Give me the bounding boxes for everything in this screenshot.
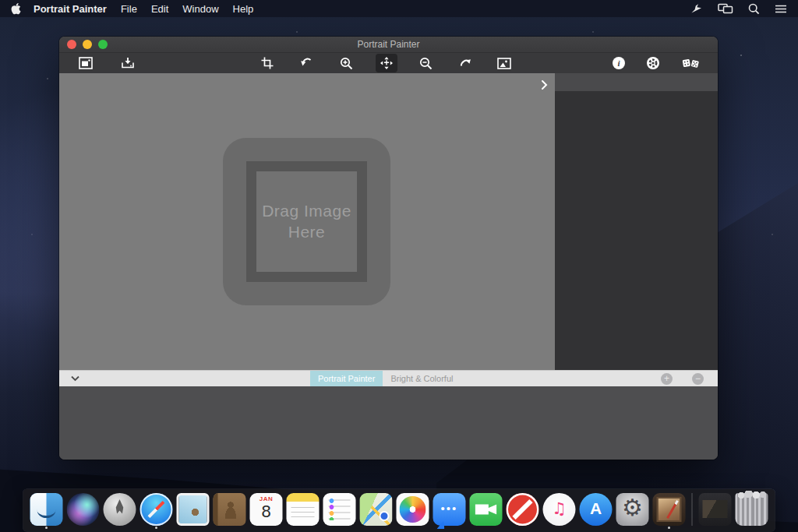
zoom-in-button[interactable] [335,54,357,72]
dock-item-finder[interactable] [30,493,63,529]
photos-flower-icon [397,493,429,526]
menu-window[interactable]: Window [182,3,218,15]
spotlight-search-icon[interactable] [748,3,760,15]
system-preferences-gear-icon [616,493,649,526]
menu-file[interactable]: File [121,3,137,15]
minimize-button[interactable] [83,40,92,49]
dock-item-safari[interactable] [140,493,173,529]
maps-icon [360,493,393,526]
prohibited-icon [507,493,539,526]
portrait-painter-app-icon [653,493,686,526]
rotate-left-button[interactable] [295,54,317,72]
remove-preset-button[interactable]: − [692,373,704,385]
expand-panel-chevron-icon[interactable] [538,79,550,91]
downloads-folder-icon [699,493,732,526]
image-canvas[interactable]: Drag Image Here [59,73,555,370]
dock-item-photos[interactable] [397,493,429,529]
dock-item-maps[interactable] [360,493,393,529]
menu-app-name[interactable]: Portrait Painter [34,3,107,15]
dock-item-notes[interactable] [287,493,320,529]
displays-status-icon[interactable] [718,3,733,15]
info-button[interactable]: i [608,54,630,72]
preview-original-button[interactable] [493,54,515,72]
dock-item-system-preferences[interactable] [616,493,649,529]
preset-tabs: Portrait Painter Bright & Colorful [310,371,461,387]
dock-item-trash[interactable] [736,493,768,529]
dock-item-downloads-folder[interactable] [699,493,732,529]
dock-item-portrait-painter[interactable] [653,493,686,529]
window-title: Portrait Painter [59,39,718,50]
reminders-icon [323,493,356,526]
launchpad-rocket-icon [104,493,136,526]
zoom-button[interactable] [98,40,108,49]
crop-button[interactable] [256,54,278,72]
running-indicator [155,527,157,529]
pointer-status-icon[interactable] [690,3,703,14]
menu-bar-left: Portrait Painter File Edit Window Help [0,2,253,15]
traffic-lights [67,40,108,49]
preset-tab-portrait-painter[interactable]: Portrait Painter [310,371,383,387]
move-tool-button[interactable] [376,54,397,72]
menu-edit[interactable]: Edit [151,3,168,15]
dock: JAN 8 [23,489,775,531]
dropzone-frame: Drag Image Here [246,161,367,282]
dock-separator [692,493,693,526]
dock-item-messages[interactable] [433,493,466,529]
dock-item-app-store[interactable] [580,493,613,529]
window-toolbar: i [59,53,718,73]
image-dropzone[interactable]: Drag Image Here [223,138,390,305]
notification-center-icon[interactable] [775,4,787,14]
window-titlebar[interactable]: Portrait Painter [59,37,718,53]
dock-item-siri[interactable] [67,493,100,529]
menu-help[interactable]: Help [233,3,254,15]
dock-item-contacts[interactable] [214,493,246,529]
dock-item-blocked-app[interactable] [507,493,539,529]
notes-icon [287,493,320,526]
open-image-button[interactable] [75,54,97,72]
zoom-out-button[interactable] [415,54,436,72]
right-panel [555,91,718,370]
running-indicator [668,527,670,529]
collapse-chevron-icon[interactable] [69,373,81,384]
itunes-note-icon [543,493,576,526]
dock-item-reminders[interactable] [323,493,356,529]
dock-item-facetime[interactable] [470,493,503,529]
preset-drawer-panel [59,386,718,460]
dropzone-text: Drag Image Here [262,201,351,242]
contacts-book-icon [214,493,246,526]
close-button[interactable] [67,40,76,49]
dock-item-mail[interactable] [177,493,210,529]
settings-button[interactable] [642,54,664,72]
calendar-icon: JAN 8 [250,493,283,526]
preset-tab-bright-colorful[interactable]: Bright & Colorful [383,371,461,387]
running-indicator [45,527,48,529]
trash-icon [736,493,768,526]
calendar-day: 8 [261,503,270,520]
apple-menu-icon[interactable] [11,2,21,15]
dock-item-launchpad[interactable] [104,493,136,529]
menu-bar-status-area [690,3,787,15]
facetime-camera-icon [470,493,503,526]
finder-icon [30,493,63,526]
messages-bubble-icon [433,493,466,526]
rotate-right-button[interactable] [454,54,476,72]
dock-item-calendar[interactable]: JAN 8 [250,493,283,529]
app-store-icon [580,493,613,526]
window-content: Drag Image Here [59,73,718,370]
export-save-button[interactable] [117,54,139,72]
preset-bar: Portrait Painter Bright & Colorful + − [59,370,718,386]
safari-compass-icon [140,493,173,526]
menu-bar: Portrait Painter File Edit Window Help [0,0,798,17]
portrait-painter-window: Portrait Painter [59,37,718,460]
add-preset-button[interactable]: + [661,373,673,385]
siri-icon [67,493,100,526]
randomize-dice-button[interactable] [678,54,703,72]
right-panel-header [555,73,718,91]
dock-item-itunes[interactable] [543,493,576,529]
mail-stamp-icon [177,493,210,526]
